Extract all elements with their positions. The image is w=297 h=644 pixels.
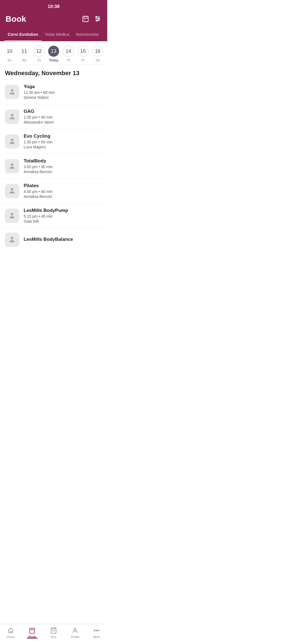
class-item-lesmills-bodypump[interactable]: LesMills BodyPump 5:15 pm • 45 min Gaia … xyxy=(0,203,107,228)
person-icon xyxy=(8,138,16,145)
cal-day-num-16: 16 xyxy=(92,46,103,57)
class-info-lesmills-bodybalance: LesMills BodyBalance xyxy=(24,237,102,243)
cal-day-num-11: 11 xyxy=(19,46,30,57)
svg-point-10 xyxy=(97,20,98,21)
cal-day-label-13: Today xyxy=(49,58,58,62)
person-icon xyxy=(8,162,16,170)
cal-day-num-13: 13 xyxy=(48,46,59,57)
class-avatar-totalbody xyxy=(5,159,19,173)
svg-point-13 xyxy=(11,138,13,141)
svg-rect-0 xyxy=(83,16,88,22)
class-item-gag[interactable]: GAG 1:30 pm • 60 min Alessandro Vanni xyxy=(0,104,107,129)
cal-day-12[interactable]: 12 Tu xyxy=(33,46,45,62)
person-icon xyxy=(8,113,16,121)
page-title: Book xyxy=(6,14,26,24)
class-instructor-yoga: Serena Volpini xyxy=(24,95,102,100)
person-icon xyxy=(8,88,16,96)
person-icon xyxy=(8,187,16,195)
class-name-lesmills-bodypump: LesMills BodyPump xyxy=(24,208,102,213)
class-info-totalbody: TotalBody 3:00 pm • 60 min Annalisa Benc… xyxy=(24,158,102,174)
cal-day-label-11: Mo xyxy=(22,58,27,62)
category-tabs: Corsi Evolution Visita Medica Nutrizioni… xyxy=(0,29,107,41)
date-heading: Wednesday, November 13 xyxy=(0,65,107,80)
tab-nutrizionista[interactable]: Nutrizionista xyxy=(73,29,102,41)
cal-day-14[interactable]: 14 Th xyxy=(62,46,74,62)
header: Book xyxy=(0,12,107,29)
class-item-lesmills-bodybalance[interactable]: LesMills BodyBalance xyxy=(0,228,107,251)
status-time: 10:38 xyxy=(48,4,59,9)
class-info-pilates: Pilates 4:00 pm • 60 min Annalisa Bencin… xyxy=(24,183,102,199)
svg-point-9 xyxy=(98,18,99,19)
class-name-totalbody: TotalBody xyxy=(24,158,102,164)
class-item-yoga[interactable]: Yoga 11:30 am • 60 min Serena Volpini xyxy=(0,80,107,104)
filter-icon[interactable] xyxy=(94,15,102,23)
class-instructor-totalbody: Annalisa Bencini xyxy=(24,170,102,174)
class-instructor-lesmills-bodypump: Gaia Silli xyxy=(24,219,102,223)
class-item-totalbody[interactable]: TotalBody 3:00 pm • 60 min Annalisa Benc… xyxy=(0,154,107,179)
class-name-yoga: Yoga xyxy=(24,84,102,89)
tab-corsi-evolution[interactable]: Corsi Evolution xyxy=(4,29,42,41)
class-avatar-pilates xyxy=(5,184,19,198)
class-item-pilates[interactable]: Pilates 4:00 pm • 60 min Annalisa Bencin… xyxy=(0,179,107,203)
svg-point-11 xyxy=(11,89,13,91)
class-instructor-gag: Alessandro Vanni xyxy=(24,120,102,124)
class-time-yoga: 11:30 am • 60 min xyxy=(24,90,102,95)
calendar-strip: 10 Su 11 Mo 12 Tu 13 Today 14 Th 15 Fr 1… xyxy=(0,41,107,65)
svg-point-14 xyxy=(11,163,13,166)
class-time-totalbody: 3:00 pm • 60 min xyxy=(24,165,102,169)
cal-day-10[interactable]: 10 Su xyxy=(4,46,16,62)
svg-point-15 xyxy=(11,188,13,190)
cal-day-label-14: Th xyxy=(66,58,70,62)
person-icon xyxy=(8,236,16,244)
cal-day-16[interactable]: 16 Sa xyxy=(92,46,104,62)
svg-point-16 xyxy=(11,213,13,215)
svg-point-8 xyxy=(96,16,97,17)
person-icon xyxy=(8,212,16,220)
class-time-evo-cycling: 1:30 pm • 60 min xyxy=(24,140,102,144)
class-info-lesmills-bodypump: LesMills BodyPump 5:15 pm • 45 min Gaia … xyxy=(24,208,102,223)
cal-day-label-12: Tu xyxy=(37,58,41,62)
tab-visita-medica[interactable]: Visita Medica xyxy=(42,29,73,41)
cal-day-label-15: Fr xyxy=(81,58,84,62)
status-bar: 10:38 xyxy=(0,0,107,12)
class-instructor-pilates: Annalisa Bencini xyxy=(24,194,102,199)
cal-day-num-10: 10 xyxy=(4,46,15,57)
cal-day-label-16: Sa xyxy=(96,58,100,62)
cal-day-11[interactable]: 11 Mo xyxy=(18,46,30,62)
class-name-evo-cycling: Evo Cycling xyxy=(24,133,102,139)
cal-day-num-15: 15 xyxy=(78,46,89,57)
class-info-evo-cycling: Evo Cycling 1:30 pm • 60 min Luca Magrin… xyxy=(24,133,102,149)
cal-day-13[interactable]: 13 Today xyxy=(48,46,60,62)
class-name-gag: GAG xyxy=(24,109,102,114)
class-avatar-evo-cycling xyxy=(5,134,19,149)
class-info-gag: GAG 1:30 pm • 60 min Alessandro Vanni xyxy=(24,109,102,124)
cal-day-label-10: Su xyxy=(7,58,12,62)
class-avatar-yoga xyxy=(5,85,19,99)
class-item-evo-cycling[interactable]: Evo Cycling 1:30 pm • 60 min Luca Magrin… xyxy=(0,129,107,154)
svg-point-12 xyxy=(11,114,13,116)
class-time-gag: 1:30 pm • 60 min xyxy=(24,115,102,119)
calendar-icon[interactable] xyxy=(82,15,90,23)
class-avatar-lesmills-bodypump xyxy=(5,209,19,223)
class-time-lesmills-bodypump: 5:15 pm • 45 min xyxy=(24,214,102,219)
class-avatar-gag xyxy=(5,110,19,124)
class-list: Yoga 11:30 am • 60 min Serena Volpini GA… xyxy=(0,80,107,251)
svg-point-17 xyxy=(11,237,13,239)
cal-day-15[interactable]: 15 Fr xyxy=(77,46,89,62)
class-avatar-lesmills-bodybalance xyxy=(5,233,19,247)
header-actions xyxy=(82,15,102,23)
cal-day-num-12: 12 xyxy=(34,46,45,57)
class-instructor-evo-cycling: Luca Magrini xyxy=(24,145,102,149)
cal-day-num-14: 14 xyxy=(63,46,74,57)
class-info-yoga: Yoga 11:30 am • 60 min Serena Volpini xyxy=(24,84,102,100)
class-name-lesmills-bodybalance: LesMills BodyBalance xyxy=(24,237,102,242)
class-time-pilates: 4:00 pm • 60 min xyxy=(24,189,102,194)
class-name-pilates: Pilates xyxy=(24,183,102,189)
